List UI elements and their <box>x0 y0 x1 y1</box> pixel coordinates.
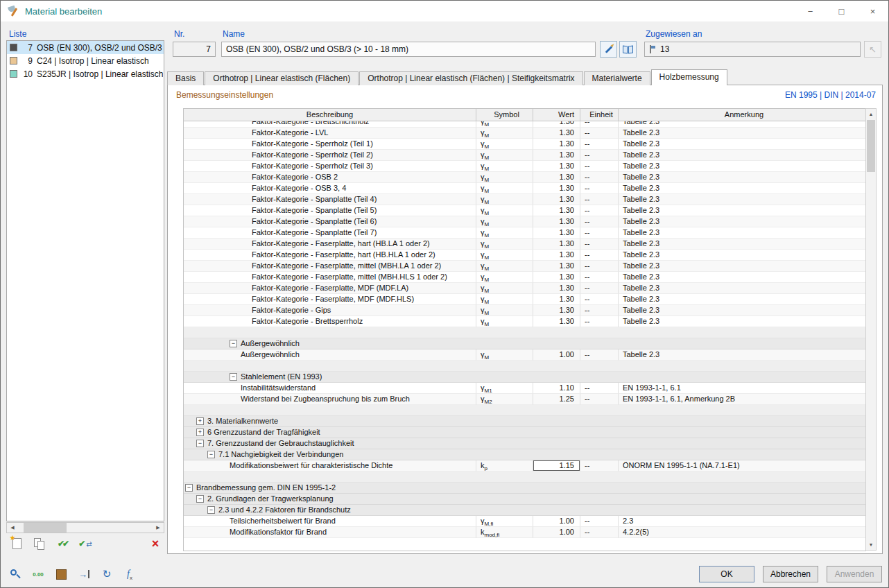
expand-icon[interactable]: + <box>196 429 204 436</box>
close-button[interactable]: × <box>857 1 888 21</box>
scroll-left-button[interactable]: ◀ <box>7 523 18 533</box>
table-group-row[interactable]: −2.3 und 4.2.2 Faktoren für Brandschutz <box>184 505 865 516</box>
ok-button[interactable]: OK <box>699 566 754 582</box>
cell-value[interactable]: 1.00 <box>533 349 580 361</box>
table-row[interactable]: Faktor-Kategorie - OSB 3, 4γM1.30--Tabel… <box>184 183 865 194</box>
table-row[interactable]: Faktor-Kategorie - Spanplatte (Teil 6)γM… <box>184 216 865 227</box>
collapse-icon[interactable]: − <box>196 440 204 447</box>
default-values-button[interactable]: → <box>75 565 93 583</box>
copy-material-button[interactable] <box>31 535 49 553</box>
table-row[interactable]: InstabilitätswiderstandγM11.10--EN 1993-… <box>184 383 865 394</box>
collapse-icon[interactable]: − <box>230 373 237 381</box>
tab-basis[interactable]: Basis <box>167 71 204 85</box>
collapse-icon[interactable]: − <box>207 451 215 458</box>
tab-orthotrop-linear-elastisch-flächen-steifig[interactable]: Orthotrop | Linear elastisch (Flächen) |… <box>359 71 582 85</box>
cell-value[interactable]: 1.30 <box>533 305 580 316</box>
table-group-row[interactable]: −Brandbemessung gem. DIN EN 1995-1-2 <box>184 483 865 494</box>
table-row[interactable]: Faktor-Kategorie - LVLγM1.30--Tabelle 2.… <box>184 128 865 139</box>
refresh-button[interactable]: ↻ <box>98 565 116 583</box>
table-row[interactable]: Faktor-Kategorie - Spanplatte (Teil 5)γM… <box>184 205 865 216</box>
table-row[interactable]: Faktor-Kategorie - Faserplatte, MDF (MDF… <box>184 283 865 294</box>
cell-value[interactable]: 1.30 <box>533 272 580 283</box>
table-row[interactable]: Modifikationsfaktor für Brandkmod,fi1.00… <box>184 527 865 538</box>
scroll-right-button[interactable]: ▶ <box>153 523 164 533</box>
table-group-row[interactable]: −2. Grundlagen der Tragwerksplanung <box>184 494 865 505</box>
cell-value[interactable]: 1.30 <box>533 294 580 305</box>
cell-value[interactable]: 1.30 <box>533 227 580 239</box>
cell-value[interactable]: 1.00 <box>533 516 580 527</box>
list-item[interactable]: 10S235JR | Isotrop | Linear elastisch <box>7 67 164 80</box>
maximize-button[interactable]: □ <box>826 1 857 21</box>
collapse-icon[interactable]: − <box>230 340 237 347</box>
list-item[interactable]: 9C24 | Isotrop | Linear elastisch <box>7 54 164 67</box>
scrollbar-track[interactable] <box>18 523 153 533</box>
cell-value[interactable]: 1.30 <box>533 205 580 216</box>
table-row[interactable]: Faktor-Kategorie - BrettsperrholzγM1.30-… <box>184 316 865 327</box>
table-row[interactable]: Faktor-Kategorie - Sperrholz (Teil 1)γM1… <box>184 139 865 150</box>
table-group-row[interactable]: +3. Materialkennwerte <box>184 416 865 427</box>
cell-value[interactable]: 1.30 <box>533 139 580 150</box>
formula-button[interactable]: fx <box>121 565 139 583</box>
list-horizontal-scrollbar[interactable]: ◀ ▶ <box>6 522 164 533</box>
accept-all-button[interactable]: ✔✔ <box>53 535 71 553</box>
table-row[interactable]: Faktor-Kategorie - Faserplatte, MDF (MDF… <box>184 294 865 305</box>
table-row[interactable]: Faktor-Kategorie - OSB 2γM1.30--Tabelle … <box>184 172 865 183</box>
cell-value[interactable]: 1.30 <box>533 261 580 272</box>
table-row[interactable]: Teilsicherheitsbeiwert für BrandγM,fi1.0… <box>184 516 865 527</box>
assigned-field[interactable]: 13 <box>644 42 861 57</box>
table-group-row[interactable]: −Stahlelement (EN 1993) <box>184 372 865 383</box>
table-group-row[interactable]: −7.1 Nachgiebigkeit der Verbindungen <box>184 449 865 460</box>
table-group-row[interactable]: +6 Grenzzustand der Tragfähigkeit <box>184 427 865 438</box>
table-row[interactable]: Faktor-Kategorie - Sperrholz (Teil 2)γM1… <box>184 150 865 161</box>
cell-value[interactable]: 1.30 <box>533 183 580 194</box>
apply-changes-button[interactable]: ✔⇄ <box>76 535 94 553</box>
table-row[interactable]: Faktor-Kategorie - Spanplatte (Teil 7)γM… <box>184 227 865 239</box>
material-library-button[interactable] <box>619 41 637 58</box>
scroll-up-button[interactable]: ▲ <box>866 109 876 119</box>
edit-name-button[interactable] <box>600 41 617 58</box>
apply-button[interactable]: Anwenden <box>827 566 882 582</box>
cancel-button[interactable]: Abbrechen <box>763 566 818 582</box>
expand-icon[interactable]: + <box>196 417 204 425</box>
cell-value[interactable]: 1.30 <box>533 239 580 250</box>
table-row[interactable]: Faktor-Kategorie - Faserplatte, mittel (… <box>184 272 865 283</box>
cell-value[interactable]: 1.30 <box>533 128 580 139</box>
scrollbar-thumb[interactable] <box>867 120 875 172</box>
scroll-down-button[interactable]: ▼ <box>866 539 876 550</box>
nr-field[interactable]: 7 <box>173 42 216 57</box>
cell-value[interactable]: 1.30 <box>533 150 580 161</box>
tab-materialwerte[interactable]: Materialwerte <box>584 71 650 85</box>
table-row[interactable]: Modifikationsbeiwert für charakteristisc… <box>184 460 865 472</box>
cell-value[interactable]: 1.30 <box>533 283 580 294</box>
table-row[interactable]: Faktor-Kategorie - Faserplatte, hart (HB… <box>184 250 865 261</box>
table-row[interactable]: Faktor-Kategorie - Faserplatte, mittel (… <box>184 261 865 272</box>
name-field[interactable]: OSB (EN 300), OSB/2 und OSB/3 (> 10 - 18… <box>221 42 596 57</box>
cell-value[interactable]: 1.30 <box>533 121 580 128</box>
table-row[interactable]: Faktor-Kategorie - GipsγM1.30--Tabelle 2… <box>184 305 865 316</box>
collapse-icon[interactable]: − <box>185 484 193 492</box>
material-color-button[interactable] <box>52 565 70 583</box>
collapse-icon[interactable]: − <box>207 506 215 514</box>
new-material-button[interactable]: ★ <box>8 535 26 553</box>
table-group-row[interactable]: −Außergewöhnlich <box>184 338 865 349</box>
collapse-icon[interactable]: − <box>196 495 204 503</box>
list-item[interactable]: 7OSB (EN 300), OSB/2 und OSB/3 (> 10 - 1… <box>7 41 164 54</box>
table-row[interactable]: Faktor-Kategorie - BrettschichtholzγM1.3… <box>184 121 865 128</box>
table-row[interactable]: Widerstand bei Zugbeanspruchung bis zum … <box>184 394 865 405</box>
table-group-row[interactable]: −7. Grenzzustand der Gebrauchstauglichke… <box>184 438 865 449</box>
cell-value[interactable]: 1.30 <box>533 316 580 327</box>
table-vertical-scrollbar[interactable]: ▲ ▼ <box>865 108 877 551</box>
cell-value[interactable]: 1.10 <box>533 383 580 394</box>
cell-value[interactable]: 1.30 <box>533 194 580 205</box>
cell-value[interactable]: 1.30 <box>533 161 580 172</box>
tab-orthotrop-linear-elastisch-flächen[interactable]: Orthotrop | Linear elastisch (Flächen) <box>205 71 359 85</box>
cell-value[interactable]: 1.25 <box>533 394 580 405</box>
scrollbar-thumb[interactable] <box>24 523 67 533</box>
find-info-button[interactable] <box>6 565 24 583</box>
tab-holzbemessung[interactable]: Holzbemessung <box>651 69 727 85</box>
table-row[interactable]: Faktor-Kategorie - Faserplatte, hart (HB… <box>184 239 865 250</box>
delete-material-button[interactable]: × <box>146 535 164 553</box>
cell-value[interactable]: 1.30 <box>533 216 580 227</box>
table-row[interactable]: Faktor-Kategorie - Spanplatte (Teil 4)γM… <box>184 194 865 205</box>
table-row[interactable]: AußergewöhnlichγM1.00--Tabelle 2.3 <box>184 349 865 361</box>
